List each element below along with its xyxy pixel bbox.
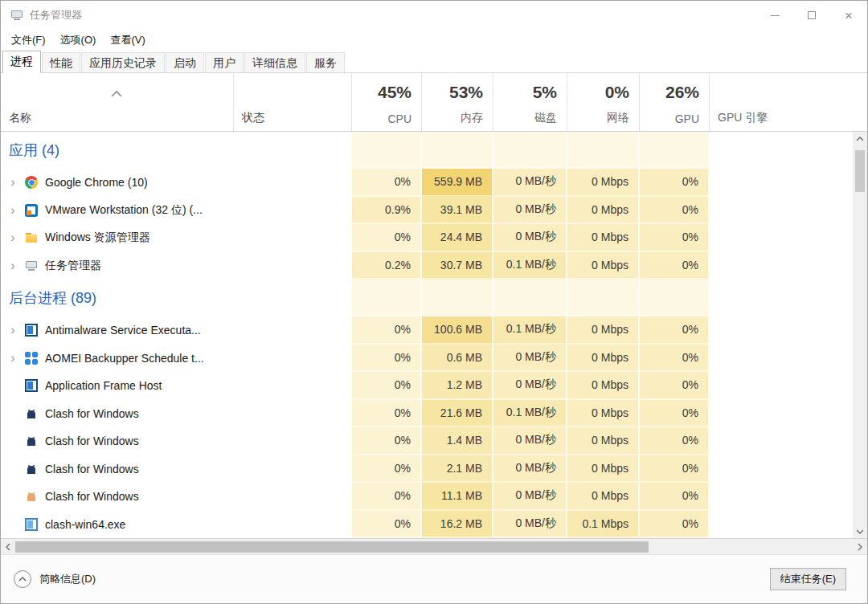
expand-chevron-icon[interactable]: ›	[1, 176, 25, 189]
vertical-scroll-thumb[interactable]	[855, 150, 865, 192]
status-cell	[234, 455, 352, 484]
scroll-up-arrow[interactable]	[853, 132, 867, 145]
memory-cell: 39.1 MB	[422, 197, 493, 225]
status-cell	[234, 169, 352, 197]
chevron-up-circle-icon	[14, 570, 31, 588]
table-row[interactable]: ›AOMEI Backupper Schedule t...0%0.6 MB0 …	[1, 345, 853, 373]
table-row[interactable]: Clash for Windows0%1.4 MB0 MB/秒0 Mbps0%	[1, 427, 853, 455]
section-header-row[interactable]: 应用 (4)	[1, 132, 853, 169]
close-button[interactable]: ×	[830, 1, 867, 30]
memory-cell: 11.1 MB	[422, 483, 493, 511]
process-name: Clash for Windows	[45, 463, 139, 475]
vertical-scrollbar[interactable]	[853, 132, 867, 538]
maximize-button[interactable]	[793, 1, 830, 30]
end-task-button[interactable]: 结束任务(E)	[770, 568, 846, 590]
horizontal-scroll-thumb[interactable]	[15, 541, 649, 553]
gpu-engine-cell	[710, 455, 853, 484]
cpu-cell: 0%	[352, 427, 422, 455]
cpu-cell: 0%	[352, 345, 422, 373]
column-header-row: 名称 状态 45%CPU53%内存5%磁盘0%网络26%GPU GPU 引擎	[1, 73, 867, 132]
task-manager-window: 任务管理器 × 文件(F)选项(O)查看(V) 进程性能应用历史记录启动用户详细…	[0, 0, 868, 604]
table-row[interactable]: Application Frame Host0%1.2 MB0 MB/秒0 Mb…	[1, 372, 853, 400]
column-header-gpu-engine[interactable]: GPU 引擎	[710, 73, 867, 131]
table-row[interactable]: ›Antimalware Service Executa...0%100.6 M…	[1, 316, 853, 345]
section-header-row[interactable]: 后台进程 (89)	[1, 280, 853, 316]
status-cell	[234, 511, 352, 539]
cpu-cell: 0.2%	[352, 252, 422, 280]
table-row[interactable]: Clash for Windows0%21.6 MB0.1 MB/秒0 Mbps…	[1, 400, 853, 428]
minimize-icon	[771, 15, 780, 16]
total-usage-value: 26%	[665, 83, 699, 102]
process-name: 任务管理器	[45, 259, 101, 273]
details-toggle[interactable]: 简略信息(D)	[14, 570, 96, 588]
disk-cell: 0 MB/秒	[493, 197, 567, 225]
title-bar: 任务管理器 ×	[1, 1, 867, 30]
window-icon	[25, 324, 38, 337]
cpu-cell: 0%	[352, 224, 422, 252]
scroll-right-arrow[interactable]	[853, 539, 867, 554]
tab-3[interactable]: 启动	[166, 52, 204, 72]
disk-cell: 0 MB/秒	[493, 372, 567, 400]
heat-cell-empty	[493, 132, 567, 169]
menu-item-1[interactable]: 选项(O)	[53, 31, 104, 50]
scroll-down-arrow[interactable]	[853, 524, 867, 538]
table-row[interactable]: Clash for Windows0%2.1 MB0 MB/秒0 Mbps0%	[1, 455, 853, 484]
tab-1[interactable]: 性能	[42, 52, 80, 72]
scroll-left-arrow[interactable]	[1, 539, 15, 554]
folder-icon	[25, 231, 38, 244]
table-row[interactable]: ›Google Chrome (10)0%559.9 MB0 MB/秒0 Mbp…	[1, 169, 853, 197]
table-row[interactable]: ›VMware Workstation (32 位) (...0.9%39.1 …	[1, 197, 853, 225]
table-row[interactable]: Clash for Windows0%11.1 MB0 MB/秒0 Mbps0%	[1, 483, 853, 511]
horizontal-scrollbar[interactable]	[1, 538, 867, 554]
tab-4[interactable]: 用户	[205, 52, 244, 72]
tab-5[interactable]: 详细信息	[244, 52, 305, 72]
process-name: Google Chrome (10)	[45, 176, 148, 189]
process-name: VMware Workstation (32 位) (...	[45, 203, 203, 218]
cpu-cell: 0%	[352, 483, 422, 511]
table-row[interactable]: clash-win64.exe0%16.2 MB0 MB/秒0.1 Mbps0%	[1, 511, 853, 539]
minimize-button[interactable]	[756, 1, 793, 30]
tab-6[interactable]: 服务	[306, 52, 345, 72]
stat-column-headers: 45%CPU53%内存5%磁盘0%网络26%GPU	[352, 73, 710, 131]
expand-chevron-icon[interactable]: ›	[1, 324, 25, 337]
expand-chevron-icon[interactable]: ›	[1, 259, 25, 272]
window-light-icon	[25, 518, 38, 531]
column-header-磁盘[interactable]: 5%磁盘	[493, 73, 567, 131]
status-cell	[234, 345, 352, 373]
disk-cell: 0.1 MB/秒	[493, 400, 567, 428]
disk-cell: 0 MB/秒	[493, 427, 567, 455]
gpu-engine-cell	[710, 224, 853, 252]
tab-2[interactable]: 应用历史记录	[81, 52, 165, 72]
disk-cell: 0 MB/秒	[493, 455, 567, 484]
menu-item-2[interactable]: 查看(V)	[103, 31, 152, 50]
expand-chevron-icon[interactable]: ›	[1, 231, 25, 244]
sort-ascending-icon	[110, 86, 123, 100]
tab-0[interactable]: 进程	[2, 51, 41, 73]
column-header-gpu[interactable]: 26%GPU	[640, 73, 710, 131]
gpu-engine-cell	[710, 372, 853, 400]
memory-cell: 21.6 MB	[422, 400, 493, 428]
column-header-网络[interactable]: 0%网络	[567, 73, 640, 131]
column-header-status[interactable]: 状态	[234, 73, 352, 131]
table-row[interactable]: ›任务管理器0.2%30.7 MB0.1 MB/秒0 Mbps0%	[1, 252, 853, 280]
disk-cell: 0.1 MB/秒	[493, 252, 567, 280]
column-label: 内存	[461, 111, 483, 125]
column-header-cpu[interactable]: 45%CPU	[352, 73, 422, 131]
column-header-name[interactable]: 名称	[1, 73, 234, 131]
column-header-内存[interactable]: 53%内存	[422, 73, 493, 131]
gpu-engine-cell	[710, 400, 853, 428]
process-name: Application Frame Host	[45, 379, 162, 392]
status-header-label: 状态	[242, 111, 264, 125]
menu-bar: 文件(F)选项(O)查看(V)	[1, 30, 867, 51]
network-cell: 0 Mbps	[567, 345, 640, 373]
expand-chevron-icon[interactable]: ›	[1, 204, 25, 217]
table-row[interactable]: ›Windows 资源管理器0%24.4 MB0 MB/秒0 Mbps0%	[1, 224, 853, 252]
expand-chevron-icon[interactable]: ›	[1, 352, 25, 365]
gpu-cell: 0%	[640, 197, 710, 225]
network-cell: 0 Mbps	[567, 455, 640, 484]
heat-cell-empty	[567, 280, 640, 316]
task-manager-app-icon	[10, 9, 23, 22]
status-cell	[234, 400, 352, 428]
gpu-engine-cell	[710, 132, 853, 169]
menu-item-0[interactable]: 文件(F)	[4, 31, 53, 50]
